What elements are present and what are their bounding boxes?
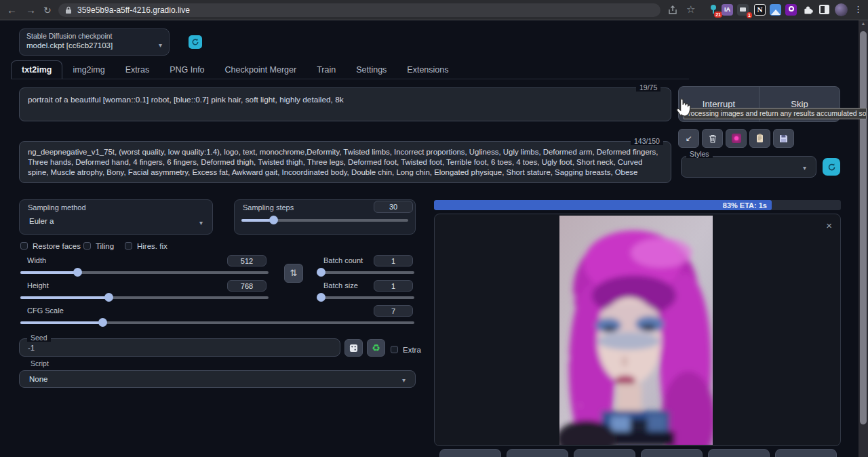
tab-checkpoint-merger[interactable]: Checkpoint Merger [215,61,307,79]
prompt-box: portrait of a beautiful [woman::0.1] rob… [19,87,671,121]
sampling-method-label: Sampling method [28,203,212,212]
profile-avatar[interactable] [835,3,848,16]
address-bar[interactable]: 359e5b9a-a5ff-4216.gradio.live [58,3,660,17]
batch-count-input[interactable]: 1 [374,255,413,266]
sidebar-panel-icon[interactable] [819,5,829,14]
floppy-disk-icon [779,134,788,143]
save-style-button[interactable] [773,129,794,148]
gallery-action-button-4[interactable] [641,449,703,457]
seed-extra-checkbox[interactable]: Extra [391,343,421,355]
checkpoint-refresh-button[interactable] [189,35,202,49]
hand-cursor [673,94,694,119]
hires-fix-checkbox[interactable]: Hires. fix [125,239,167,252]
gallery-action-button-2[interactable] [507,449,568,457]
styles-dropdown[interactable]: ▾ [681,156,816,178]
tab-settings[interactable]: Settings [346,61,397,79]
negative-prompt-input[interactable]: ng_deepnegative_v1_75t, (worst quality, … [28,147,663,177]
extensions-puzzle-icon[interactable] [802,4,814,16]
gallery-action-button-5[interactable] [708,449,770,457]
scrollbar-thumb[interactable] [860,31,867,424]
sampling-steps-input[interactable]: 30 [374,201,413,213]
chevron-down-icon: ▾ [159,41,162,49]
interrupt-tooltip: rocessing images and return any results … [684,108,867,119]
tab-extras[interactable]: Extras [115,61,159,79]
extension-picture-icon[interactable] [770,4,781,16]
clear-prompt-button[interactable] [702,129,723,148]
hires-fix-label: Hires. fix [137,242,167,250]
cfg-slider-handle[interactable] [98,318,107,327]
tab-img2img[interactable]: img2img [62,61,115,79]
gallery-action-button-6[interactable] [775,449,837,457]
generated-image-preview[interactable] [559,216,713,445]
reload-icon[interactable]: ↻ [43,0,52,20]
swap-dimensions-button[interactable]: ⇅ [284,264,303,283]
pin-glyph [711,5,716,10]
extension-camera-icon[interactable]: 1 [737,4,749,16]
progress-fill: 83% ETA: 1s [434,200,772,210]
apply-styles-button[interactable] [749,129,770,148]
negative-prompt-box: ng_deepnegative_v1_75t, (worst quality, … [19,141,671,183]
trash-icon [709,134,717,143]
gallery-action-button-3[interactable] [574,449,635,457]
checkpoint-dropdown[interactable]: Stable Diffusion checkpoint model.ckpt [… [19,28,170,56]
swap-icon: ⇅ [290,268,298,278]
batch-size-slider-track[interactable] [317,296,414,299]
seed-extra-label: Extra [403,346,421,354]
width-slider-handle[interactable] [73,268,82,277]
camera-badge: 1 [747,12,752,18]
script-dropdown[interactable]: None ▾ [19,370,416,388]
cfg-input[interactable]: 7 [374,305,413,317]
width-slider-fill [20,271,78,274]
batch-count-slider-handle[interactable] [317,268,326,277]
progress-label: 83% ETA: 1s [723,201,772,210]
cfg-slider-fill [20,321,103,324]
steps-slider-handle[interactable] [269,216,278,224]
extension-office-icon[interactable] [785,4,797,16]
checkbox-icon [391,346,398,353]
back-icon[interactable]: ← [7,0,17,20]
extension-ia-icon[interactable]: IA [722,4,733,16]
bookmark-star-icon[interactable]: ☆ [686,3,695,16]
restore-faces-checkbox[interactable]: Restore faces [20,239,81,252]
gallery-action-button-1[interactable] [439,449,501,457]
url-text: 359e5b9a-a5ff-4216.gradio.live [77,5,190,15]
share-icon[interactable] [668,5,678,15]
checkbox-icon [83,242,91,250]
prompt-input[interactable]: portrait of a beautiful [woman::0.1] rob… [28,95,663,114]
tiling-checkbox[interactable]: Tiling [83,239,114,252]
chrome-menu-icon[interactable]: ⋮ [854,4,863,14]
checkpoint-label: Stable Diffusion checkpoint [26,32,169,40]
tab-train[interactable]: Train [307,61,346,79]
cfg-label: CFG Scale [27,306,416,315]
batch-count-slider-track[interactable] [317,271,414,274]
refresh-icon [191,38,199,46]
close-icon[interactable]: × [826,220,832,231]
tab-txt2img[interactable]: txt2img [11,60,62,79]
tab-png-info[interactable]: PNG Info [159,61,214,79]
extra-networks-button[interactable] [726,129,747,148]
tiling-label: Tiling [96,242,114,250]
chevron-down-icon: ▾ [199,219,203,226]
height-input[interactable]: 768 [227,280,267,292]
styles-refresh-button[interactable] [823,158,840,176]
script-value: None [29,375,415,383]
batch-size-input[interactable]: 1 [374,280,413,292]
forward-icon[interactable]: → [26,0,36,20]
extension-notion-icon[interactable]: N [754,4,766,16]
paste-generation-params-button[interactable]: ↙ [678,129,699,148]
panel-glyph [825,6,828,13]
height-slider-handle[interactable] [104,293,113,302]
seed-input-box: -1 [19,338,340,357]
seed-label: Seed [27,334,51,342]
reuse-seed-button[interactable]: ♻ [367,339,385,357]
seed-input[interactable]: -1 [28,344,340,352]
batch-size-slider-handle[interactable] [317,293,326,302]
extension-pin-icon[interactable]: 21 [708,4,719,15]
scrollbar-up-icon[interactable]: ▲ [859,21,868,26]
tab-extensions[interactable]: Extensions [397,61,458,79]
width-input[interactable]: 512 [227,255,267,266]
random-seed-button[interactable] [344,339,363,357]
sampling-method-value[interactable]: Euler a [29,217,212,225]
restore-faces-label: Restore faces [33,242,81,250]
chevron-down-icon: ▾ [402,376,406,384]
